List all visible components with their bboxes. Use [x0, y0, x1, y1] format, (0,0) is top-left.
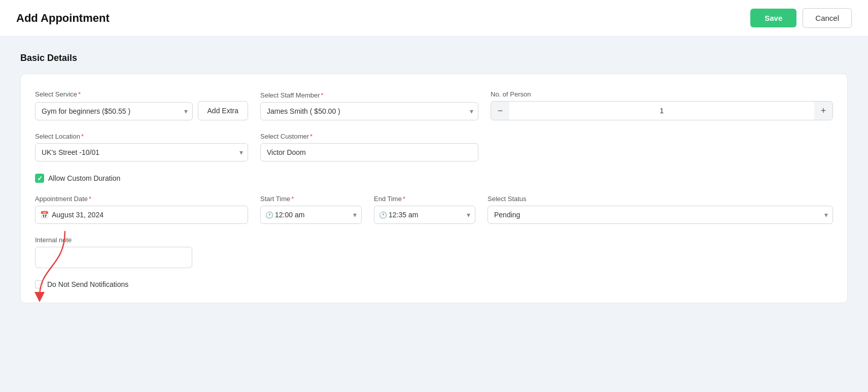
start-time-label: Start Time*: [260, 195, 362, 203]
start-time-group: Start Time* 🕐 12:00 am ▾: [260, 195, 362, 224]
service-group: Select Service* Gym for beginners ($50.5…: [35, 90, 248, 120]
staff-select-wrapper: James Smith ( $50.00 ) ▾: [260, 102, 478, 120]
start-time-wrap: 🕐 12:00 am ▾: [260, 206, 362, 224]
staff-select[interactable]: James Smith ( $50.00 ): [260, 102, 478, 120]
custom-duration-label: Allow Custom Duration: [48, 174, 120, 182]
page-header: Add Appointment Save Cancel: [0, 0, 868, 37]
checkmark-icon: ✓: [37, 175, 43, 182]
custom-duration-checkbox[interactable]: ✓: [35, 174, 44, 183]
person-counter: − +: [491, 101, 833, 120]
status-select[interactable]: Pending: [488, 206, 833, 224]
page-content: Basic Details Select Service*: [0, 37, 868, 319]
internal-note-input[interactable]: [35, 247, 192, 268]
person-decrement-button[interactable]: −: [491, 102, 509, 120]
internal-note-group: Internal note: [35, 236, 833, 268]
end-time-select[interactable]: 12:35 am: [374, 206, 475, 224]
location-select[interactable]: UK's Street -10/01: [35, 143, 248, 161]
start-time-select[interactable]: 12:00 am: [260, 206, 362, 224]
internal-note-label: Internal note: [35, 236, 833, 244]
person-increment-button[interactable]: +: [814, 102, 832, 120]
custom-duration-row: ✓ Allow Custom Duration: [35, 174, 833, 183]
date-input[interactable]: [35, 206, 248, 224]
header-actions: Save Cancel: [750, 8, 852, 28]
date-label: Appointment Date*: [35, 195, 248, 203]
notifications-label: Do Not Send Notifications: [47, 280, 128, 288]
location-select-wrapper: UK's Street -10/01 ▾: [35, 143, 248, 161]
save-button[interactable]: Save: [750, 9, 796, 27]
status-select-wrapper: Pending ▾: [488, 206, 833, 224]
row-location-customer: Select Location* UK's Street -10/01 ▾ Se…: [35, 133, 833, 161]
add-extra-button[interactable]: Add Extra: [198, 101, 248, 120]
notifications-row: Do Not Send Notifications: [35, 280, 833, 288]
person-value-input[interactable]: [509, 102, 814, 119]
staff-group: Select Staff Member* James Smith ( $50.0…: [260, 91, 478, 120]
row-service-staff: Select Service* Gym for beginners ($50.5…: [35, 90, 833, 120]
customer-input[interactable]: [260, 143, 478, 161]
page-title: Add Appointment: [16, 12, 110, 25]
person-group: No. of Person − +: [491, 90, 833, 120]
staff-label: Select Staff Member*: [260, 91, 478, 99]
date-input-wrap: 📅: [35, 206, 248, 224]
date-group: Appointment Date* 📅: [35, 195, 248, 224]
person-label: No. of Person: [491, 90, 833, 98]
end-time-wrap: 🕐 12:35 am ▾: [374, 206, 475, 224]
service-select[interactable]: Gym for beginners ($50.55 ): [35, 102, 193, 120]
row-datetime-status: Appointment Date* 📅 Start Time* 🕐: [35, 195, 833, 224]
service-select-wrapper: Gym for beginners ($50.55 ) ▾: [35, 102, 193, 120]
notifications-checkbox[interactable]: [35, 280, 43, 288]
end-time-group: End Time* 🕐 12:35 am ▾: [374, 195, 475, 224]
location-label: Select Location*: [35, 133, 248, 140]
form-card: Select Service* Gym for beginners ($50.5…: [20, 74, 848, 303]
status-label: Select Status: [488, 195, 833, 203]
location-group: Select Location* UK's Street -10/01 ▾: [35, 133, 248, 161]
service-input-row: Gym for beginners ($50.55 ) ▾ Add Extra: [35, 101, 248, 120]
form-card-wrapper: Select Service* Gym for beginners ($50.5…: [20, 74, 848, 303]
internal-note-form-group: Internal note: [35, 236, 833, 268]
section-title: Basic Details: [20, 53, 848, 63]
customer-group: Select Customer*: [260, 133, 478, 161]
cancel-button[interactable]: Cancel: [803, 8, 852, 28]
service-label: Select Service*: [35, 90, 248, 98]
customer-label: Select Customer*: [260, 133, 478, 140]
status-group: Select Status Pending ▾: [488, 195, 833, 224]
end-time-label: End Time*: [374, 195, 475, 203]
